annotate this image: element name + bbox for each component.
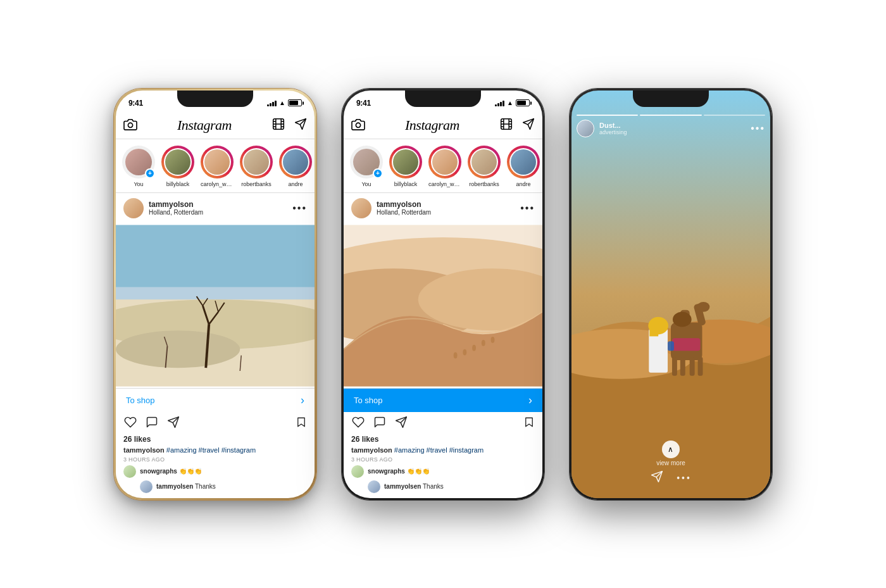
story-andre-2[interactable]: andre xyxy=(507,146,540,187)
story-billyblack-1[interactable]: billyblack xyxy=(161,146,194,187)
phone-3-screen: Dust... advertising ••• ∧ view more xyxy=(571,91,770,498)
post-1-more-btn[interactable]: ••• xyxy=(292,203,307,214)
story-username: Dust... xyxy=(599,122,627,129)
avatar-billyblack xyxy=(165,149,190,175)
story-you-2[interactable]: + You xyxy=(350,146,383,187)
instagram-logo: Instagram xyxy=(177,117,232,134)
phone-3-notch xyxy=(633,91,709,107)
post-1-time-ago: 3 HOURS AGO xyxy=(116,455,315,464)
svg-point-47 xyxy=(697,301,710,311)
caption-username-1: tammyolson xyxy=(123,446,165,454)
share-icon-2[interactable] xyxy=(394,416,408,431)
save-icon-2[interactable] xyxy=(523,416,535,431)
story-name-andre-2: andre xyxy=(516,181,530,187)
story-carolyn-1[interactable]: carolyn_welch xyxy=(201,146,234,187)
instagram-logo-2: Instagram xyxy=(405,117,459,134)
commenter-avatar-1 xyxy=(123,465,136,478)
comment-icon-2[interactable] xyxy=(373,416,387,431)
story-send-icon[interactable] xyxy=(650,470,664,485)
view-more-btn[interactable]: ∧ view more xyxy=(656,441,685,466)
story-name-you-2: You xyxy=(361,181,371,187)
camera-icon[interactable] xyxy=(123,118,137,132)
reel-icon-2[interactable] xyxy=(499,118,513,132)
reply-avatar-2 xyxy=(368,480,380,493)
share-icon-1[interactable] xyxy=(166,416,180,431)
progress-bar-3 xyxy=(704,115,765,116)
story-action-row: ••• xyxy=(650,470,692,485)
post-1-caption: tammyolson #amazing #travel #instagram xyxy=(116,446,315,455)
post-2-username[interactable]: tammyolson xyxy=(377,200,431,209)
phone-2: 9:41 ▲ xyxy=(342,89,544,500)
post-1-shop-bar[interactable]: To shop › xyxy=(116,388,315,412)
header-right-icons-2 xyxy=(499,118,535,132)
reel-icon[interactable] xyxy=(271,118,285,132)
comment-icon-1[interactable] xyxy=(145,416,159,431)
post-2-action-bar xyxy=(344,412,542,435)
story-andre-1[interactable]: andre xyxy=(279,146,312,187)
phones-container: 9:41 ▲ xyxy=(89,63,797,525)
story-ring-2-4 xyxy=(507,146,540,178)
reply-row-2: tammyolsen Thanks xyxy=(344,479,542,494)
post-2-shop-bar[interactable]: To shop › xyxy=(344,388,542,412)
post-2-user: tammyolson Holland, Rotterdam xyxy=(351,198,431,218)
story-dots-icon[interactable]: ••• xyxy=(677,473,692,483)
phone-1: 9:41 ▲ xyxy=(114,89,316,500)
comment-row-2: snowgraphs 👏👏👏 xyxy=(344,464,542,479)
add-story-btn-2[interactable]: + xyxy=(373,168,383,178)
phone-1-post: tammyolson Holland, Rotterdam ••• xyxy=(116,193,315,494)
story-subtitle: advertising xyxy=(599,129,627,135)
post-1-avatar xyxy=(123,198,144,218)
reply-row-1: tammyolsen Thanks xyxy=(116,479,315,494)
story-billyblack-2[interactable]: billyblack xyxy=(389,146,422,187)
svg-rect-53 xyxy=(672,338,701,351)
avatar-carolyn-2 xyxy=(432,149,458,175)
phone-1-notch xyxy=(177,91,253,107)
post-1-image xyxy=(116,223,315,388)
like-icon-1[interactable] xyxy=(123,416,137,431)
post-2-more-btn[interactable]: ••• xyxy=(520,203,535,214)
action-icons-left-2 xyxy=(351,416,408,431)
phone-2-time: 9:41 xyxy=(356,99,371,108)
comment-text-1: snowgraphs 👏👏👏 xyxy=(140,468,202,475)
post-2-header: tammyolson Holland, Rotterdam ••• xyxy=(344,193,542,223)
story-ring-2-2 xyxy=(428,146,461,178)
svg-rect-50 xyxy=(680,357,685,376)
camera-icon-2[interactable] xyxy=(351,118,365,132)
send-icon[interactable] xyxy=(294,118,307,132)
svg-point-30 xyxy=(454,352,458,358)
post-2-avatar xyxy=(351,198,371,218)
like-icon-2[interactable] xyxy=(351,416,365,431)
story-user-avatar xyxy=(577,120,594,137)
story-name-billyblack-2: billyblack xyxy=(394,181,418,187)
phone-2-stories-row: + You billyblack xyxy=(344,139,542,193)
post-1-likes: 26 likes xyxy=(116,435,315,446)
story-robertbanks-1[interactable]: robertbanks xyxy=(240,146,273,187)
post-1-username[interactable]: tammyolson xyxy=(149,200,203,209)
post-1-location: Holland, Rotterdam xyxy=(149,209,203,216)
svg-rect-54 xyxy=(668,341,674,351)
avatar-carolyn xyxy=(204,149,230,175)
svg-point-32 xyxy=(472,344,476,351)
story-name-carolyn-2: carolyn_welch xyxy=(428,181,461,187)
story-carolyn-2[interactable]: carolyn_welch xyxy=(428,146,461,187)
story-ring-4 xyxy=(279,146,312,178)
comment-row-1: snowgraphs 👏👏👏 xyxy=(116,464,315,479)
story-robertbanks-2[interactable]: robertbanks xyxy=(468,146,501,187)
save-icon-1[interactable] xyxy=(296,416,307,431)
story-user-header: Dust... advertising ••• xyxy=(577,120,765,137)
add-story-btn[interactable]: + xyxy=(145,168,155,178)
story-bottom-controls: ∧ view more ••• xyxy=(571,441,770,485)
story-more-btn[interactable]: ••• xyxy=(751,123,765,134)
phone-2-post: tammyolson Holland, Rotterdam ••• xyxy=(344,193,542,494)
signal-icon xyxy=(267,100,277,106)
svg-marker-21 xyxy=(298,418,305,427)
story-ring-2-3 xyxy=(468,146,501,178)
story-ring-2-1 xyxy=(389,146,422,178)
to-shop-text-2: To shop xyxy=(354,396,383,405)
story-ring-1 xyxy=(161,146,194,178)
send-icon-2[interactable] xyxy=(522,118,535,132)
story-you-1[interactable]: + You xyxy=(122,146,155,187)
story-fullscreen: Dust... advertising ••• ∧ view more xyxy=(571,91,770,498)
post-2-image xyxy=(344,223,542,388)
story-name-carolyn-1: carolyn_welch xyxy=(201,181,234,187)
